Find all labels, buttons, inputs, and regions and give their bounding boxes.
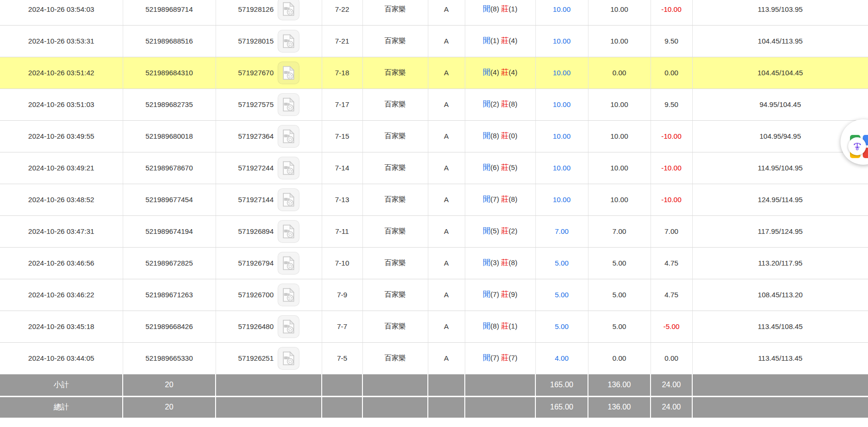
table-name: A [428,311,465,342]
bet-amount-link[interactable]: 4.00 [555,354,569,362]
round-number: 7-14 [322,152,362,184]
video-file-icon [282,288,295,302]
game-result: 閒(3) 莊(8) [465,247,535,279]
bet-amount-link[interactable]: 7.00 [555,227,569,235]
bet-amount-link[interactable]: 10.00 [553,132,571,140]
valid-amount: 10.00 [588,89,651,120]
video-replay-button[interactable] [278,220,299,243]
bet-id: 521989682735 [123,89,216,120]
summary-empty [428,374,465,396]
bet-record-row: 2024-10-26 03:51:03521989682735571927575… [0,89,868,120]
summary-empty [216,374,322,396]
round-number: 7-5 [322,342,362,374]
video-replay-button[interactable] [278,125,299,148]
video-replay-button[interactable] [278,347,299,370]
balance: 113.95/103.95 [692,0,868,25]
valid-amount: 5.00 [588,279,651,311]
video-replay-button[interactable] [278,315,299,338]
bet-amount-link[interactable]: 10.00 [553,196,571,204]
bet-id: 521989674194 [123,215,216,247]
game-serial: 571926251 [216,342,322,374]
balance: 113.45/113.45 [692,342,868,374]
game-name: 百家樂 [362,247,428,279]
bet-id: 521989677454 [123,184,216,215]
bet-id: 521989668426 [123,311,216,342]
game-serial: 571927575 [216,89,322,120]
summary-empty [216,396,322,418]
summary-empty [465,374,535,396]
game-result: 閒(4) 莊(4) [465,57,535,89]
summary-label: 總計 [0,396,123,418]
bet-amount: 10.00 [535,25,588,57]
balance: 108.45/113.20 [692,279,868,311]
video-file-icon [282,320,295,334]
bet-amount-link[interactable]: 10.00 [553,164,571,172]
game-name: 百家樂 [362,311,428,342]
game-serial-text: 571927364 [238,132,273,140]
bet-id: 521989680018 [123,120,216,152]
balance: 114.95/104.95 [692,152,868,184]
round-number: 7-9 [322,279,362,311]
bet-record-row: 2024-10-26 03:45:18521989668426571926480… [0,311,868,342]
banker-label: 莊 [501,68,509,76]
bet-amount-link[interactable]: 10.00 [553,37,571,45]
bet-history-page: 2024-10-26 03:54:03521989689714571928126… [0,0,868,427]
bet-record-row: 2024-10-26 03:49:55521989680018571927364… [0,120,868,152]
video-replay-button[interactable] [278,62,299,84]
game-result: 閒(8) 莊(0) [465,120,535,152]
bet-amount-link[interactable]: 5.00 [555,291,569,299]
round-number: 7-10 [322,247,362,279]
bet-record-row: 2024-10-26 03:49:21521989678670571927244… [0,152,868,184]
video-replay-button[interactable] [278,284,299,306]
win-loss: -10.00 [651,152,692,184]
game-name: 百家樂 [362,25,428,57]
video-replay-button[interactable] [278,188,299,211]
bet-id: 521989671263 [123,279,216,311]
game-result: 閒(7) 莊(9) [465,279,535,311]
game-result: 閒(7) 莊(8) [465,184,535,215]
game-serial: 571926480 [216,311,322,342]
balance: 113.45/108.45 [692,311,868,342]
bet-time: 2024-10-26 03:47:31 [0,215,123,247]
bet-time: 2024-10-26 03:45:18 [0,311,123,342]
video-file-icon [282,161,295,175]
balance: 124.95/114.95 [692,184,868,215]
game-name: 百家樂 [362,120,428,152]
summary-count: 20 [123,396,216,418]
summary-empty [465,396,535,418]
game-name: 百家樂 [362,89,428,120]
banker-label: 莊 [501,132,509,140]
video-replay-button[interactable] [278,0,299,20]
game-result: 閒(5) 莊(2) [465,215,535,247]
win-loss: 9.50 [651,89,692,120]
video-file-icon [282,129,295,143]
banker-label: 莊 [501,5,509,13]
bet-amount-link[interactable]: 10.00 [553,5,571,13]
bet-time: 2024-10-26 03:46:56 [0,247,123,279]
bet-record-row: 2024-10-26 03:54:03521989689714571928126… [0,0,868,25]
table-name: A [428,279,465,311]
player-label: 閒 [483,68,490,76]
valid-amount: 0.00 [588,342,651,374]
bet-amount: 5.00 [535,279,588,311]
player-label: 閒 [483,36,490,44]
bet-amount-link[interactable]: 10.00 [553,100,571,108]
valid-amount: 0.00 [588,57,651,89]
video-replay-button[interactable] [278,252,299,275]
video-replay-button[interactable] [278,157,299,179]
game-serial-text: 571928126 [238,5,273,13]
table-name: A [428,120,465,152]
table-name: A [428,25,465,57]
video-file-icon [282,351,295,365]
game-name: 百家樂 [362,184,428,215]
player-label: 閒 [483,132,490,140]
bet-amount-link[interactable]: 5.00 [555,259,569,267]
bet-amount-link[interactable]: 5.00 [555,322,569,330]
video-replay-button[interactable] [278,93,299,116]
win-loss: 0.00 [651,342,692,374]
video-replay-button[interactable] [278,30,299,53]
summary-valid-total: 136.00 [588,396,651,418]
game-serial: 571926700 [216,279,322,311]
bet-amount-link[interactable]: 10.00 [553,69,571,77]
table-name: A [428,247,465,279]
